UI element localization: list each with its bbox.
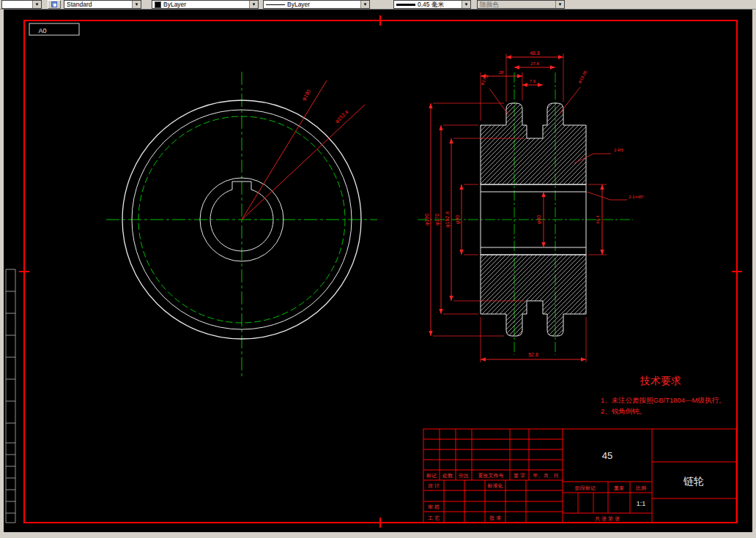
lineweight-combo-value: 0.45 毫米 bbox=[415, 1, 462, 8]
scale-label: 比例 bbox=[636, 485, 646, 491]
text-style-combo[interactable]: Standard ▼ bbox=[64, 0, 141, 9]
dim-width-over-teeth: 48.8 bbox=[530, 51, 540, 56]
dim-left-1: φ190 bbox=[424, 214, 430, 225]
dim-left-4: φ90 bbox=[455, 215, 461, 224]
window-right-border bbox=[752, 10, 756, 538]
window-left-border bbox=[0, 10, 4, 538]
dim-row-spacing: 27.6 bbox=[530, 61, 539, 66]
linetype-combo-value: ByLayer bbox=[285, 1, 360, 8]
col-count: 处数 bbox=[442, 473, 453, 479]
workspace-combo[interactable]: ▼ bbox=[1, 0, 42, 9]
row-check: 审 核 bbox=[428, 504, 440, 510]
lineweight-sample-icon bbox=[396, 4, 415, 6]
window-bottom-border bbox=[0, 532, 756, 538]
dim-left-3: φ152.4 bbox=[445, 212, 451, 228]
dim-bottom: 52.8 bbox=[528, 352, 538, 357]
dim-right-1: 64.4 bbox=[596, 215, 600, 224]
plotstyle-combo[interactable]: 随颜色 ▼ bbox=[477, 0, 565, 9]
weight-label: 重量 bbox=[614, 485, 624, 490]
chevron-down-icon[interactable]: ▼ bbox=[360, 1, 369, 8]
part-name: 链轮 bbox=[683, 475, 704, 487]
model-space-background[interactable] bbox=[0, 10, 756, 538]
material-label: 45 bbox=[602, 450, 612, 461]
scale-value: 1:1 bbox=[637, 500, 646, 507]
dim-28: 28 bbox=[499, 70, 504, 75]
chevron-down-icon[interactable]: ▼ bbox=[555, 1, 564, 8]
row-process: 工 艺 bbox=[428, 515, 440, 520]
col-sign: 签 字 bbox=[514, 473, 525, 478]
chevron-down-icon[interactable]: ▼ bbox=[462, 1, 470, 8]
linetype-combo[interactable]: ByLayer ▼ bbox=[263, 0, 370, 9]
layer-properties-button[interactable] bbox=[48, 0, 61, 9]
color-control-combo[interactable]: ByLayer ▼ bbox=[152, 0, 259, 9]
tech-req-item-1: 1、未注公差按照GB/T1804—M级执行。 bbox=[601, 396, 726, 405]
dim-left-2: φ170 bbox=[434, 214, 440, 225]
linetype-sample-icon bbox=[266, 4, 285, 5]
layers-icon bbox=[51, 1, 57, 7]
row-standard: 标准化 bbox=[487, 483, 503, 489]
tech-req-title: 技术要求 bbox=[640, 375, 681, 386]
chevron-down-icon[interactable]: ▼ bbox=[132, 1, 141, 8]
plotstyle-combo-value: 随颜色 bbox=[478, 1, 555, 8]
color-combo-value: ByLayer bbox=[161, 1, 249, 8]
stage-label: 阶段标记 bbox=[575, 485, 596, 491]
format-label: A0 bbox=[38, 27, 46, 34]
color-swatch-icon bbox=[155, 1, 161, 8]
chevron-down-icon[interactable]: ▼ bbox=[32, 1, 41, 8]
lineweight-combo[interactable]: 0.45 毫米 ▼ bbox=[393, 0, 471, 9]
dim-bore: φ60 bbox=[536, 215, 542, 224]
sheet-count-label: 共 张 第 张 bbox=[595, 516, 620, 522]
leader-fillet: 2-R5 bbox=[614, 148, 624, 152]
text-style-combo-value: Standard bbox=[64, 1, 132, 8]
leader-chamfer: 2-1×45° bbox=[629, 195, 645, 199]
col-mark: 标记 bbox=[426, 473, 437, 479]
dim-7-9: 7.9 bbox=[530, 79, 536, 83]
drawing-canvas[interactable]: A0 φ190 φ152.4 bbox=[0, 10, 756, 538]
col-zone: 分区 bbox=[458, 473, 469, 478]
top-toolbar: ▼ Standard ▼ ByLayer ▼ ByLayer ▼ 0.45 毫米… bbox=[0, 0, 756, 10]
row-design: 设 计 bbox=[428, 483, 440, 488]
col-doc: 更改文件号 bbox=[478, 472, 504, 479]
col-date: 年、月、日 bbox=[533, 473, 559, 479]
row-approve: 批 准 bbox=[489, 515, 501, 521]
tech-req-item-2: 2、锐角倒钝。 bbox=[601, 407, 646, 415]
chevron-down-icon[interactable]: ▼ bbox=[249, 1, 258, 8]
